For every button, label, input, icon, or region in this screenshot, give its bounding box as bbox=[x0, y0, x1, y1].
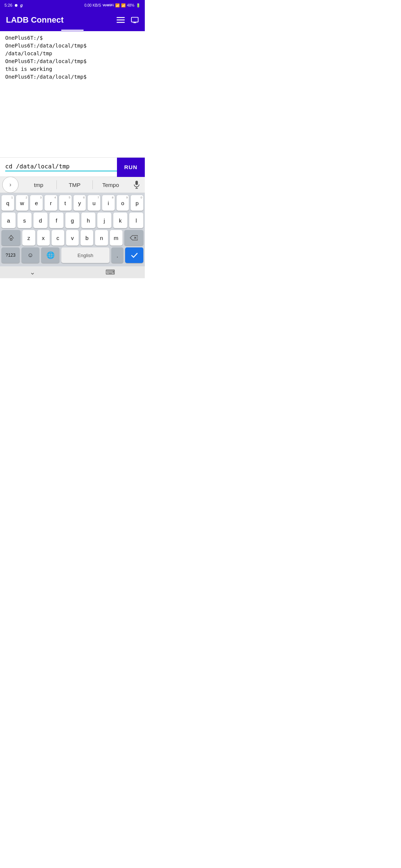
mic-icon bbox=[133, 180, 140, 189]
g-icon: g bbox=[20, 3, 23, 7]
svg-rect-1 bbox=[117, 20, 125, 21]
keyboard-toggle-button[interactable]: ⌨ bbox=[105, 268, 115, 276]
key-o[interactable]: 9o bbox=[117, 195, 129, 211]
checkmark-key[interactable] bbox=[125, 247, 143, 263]
app-title: LADB Connect bbox=[6, 15, 63, 25]
svg-rect-2 bbox=[117, 22, 125, 23]
network-speed: 0.00 KB/S bbox=[84, 3, 101, 7]
svg-rect-6 bbox=[136, 181, 138, 185]
globe-key[interactable]: 🌐 bbox=[41, 247, 59, 263]
key-j[interactable]: j bbox=[97, 213, 111, 228]
run-button[interactable]: RUN bbox=[117, 158, 145, 177]
shift-key[interactable] bbox=[1, 230, 20, 246]
key-y[interactable]: 6y bbox=[74, 195, 86, 211]
wifi-icon: 📶 bbox=[115, 3, 120, 7]
svg-rect-0 bbox=[117, 17, 125, 18]
key-u[interactable]: 7u bbox=[88, 195, 100, 211]
keyboard[interactable]: 1q 2w 3e 4r 5t 6y 7u 8i 9o 0p a s d f g … bbox=[0, 193, 145, 266]
mic-button[interactable] bbox=[128, 180, 145, 189]
suggestion-1[interactable]: tmp bbox=[21, 182, 56, 188]
key-w[interactable]: 2w bbox=[16, 195, 29, 211]
key-q[interactable]: 1q bbox=[1, 195, 14, 211]
key-m[interactable]: m bbox=[110, 230, 123, 246]
key-z[interactable]: z bbox=[22, 230, 35, 246]
terminal-area[interactable]: OnePlus6T:/$ OnePlus6T:/data/local/tmp$ … bbox=[0, 31, 145, 157]
key-x[interactable]: x bbox=[37, 230, 50, 246]
key-b[interactable]: b bbox=[81, 230, 93, 246]
battery: 48% bbox=[127, 3, 134, 7]
app-bar-icons bbox=[117, 16, 139, 24]
key-f[interactable]: f bbox=[49, 213, 63, 228]
screen-icon bbox=[131, 16, 139, 24]
shift-icon bbox=[7, 234, 15, 241]
menu-button[interactable] bbox=[117, 17, 125, 23]
key-a[interactable]: a bbox=[1, 213, 16, 228]
keyboard-row-4: ?123 ☺ 🌐 English . bbox=[1, 247, 143, 263]
svg-rect-9 bbox=[10, 239, 12, 240]
keyboard-row-3: z x c v b n m bbox=[1, 230, 143, 246]
backspace-icon bbox=[130, 235, 138, 241]
key-v[interactable]: v bbox=[66, 230, 79, 246]
emoji-key[interactable]: ☺ bbox=[22, 247, 40, 263]
svg-rect-3 bbox=[131, 17, 138, 22]
bottom-bar: ⌄ ⌨ bbox=[0, 266, 145, 278]
autocomplete-suggestions: tmp TMP Tempo bbox=[21, 180, 128, 189]
key-r[interactable]: 4r bbox=[45, 195, 57, 211]
key-i[interactable]: 8i bbox=[102, 195, 115, 211]
time: 5:26 bbox=[4, 3, 12, 7]
app-bar: LADB Connect bbox=[0, 10, 145, 30]
keyboard-row-2: a s d f g h j k l bbox=[1, 213, 143, 228]
screen-button[interactable] bbox=[131, 16, 139, 24]
keyboard-row-1: 1q 2w 3e 4r 5t 6y 7u 8i 9o 0p bbox=[1, 195, 143, 211]
suggestion-2[interactable]: TMP bbox=[57, 182, 92, 188]
key-l[interactable]: l bbox=[129, 213, 143, 228]
space-key[interactable]: English bbox=[61, 247, 110, 263]
autocomplete-arrow[interactable]: › bbox=[2, 177, 19, 193]
key-t[interactable]: 5t bbox=[59, 195, 72, 211]
suggestion-3[interactable]: Tempo bbox=[93, 182, 128, 188]
status-bar: 5:26 ⏺ g 0.00 KB/S VoWiFi 📶 📶 48% 🔋 bbox=[0, 0, 145, 10]
terminal-line: OnePlus6T:/$ bbox=[5, 34, 140, 42]
key-c[interactable]: c bbox=[52, 230, 64, 246]
status-right: 0.00 KB/S VoWiFi 📶 📶 48% 🔋 bbox=[84, 3, 140, 7]
autocomplete-bar: › tmp TMP Tempo bbox=[0, 177, 145, 193]
tab-indicator bbox=[61, 30, 84, 31]
key-n[interactable]: n bbox=[95, 230, 108, 246]
circle-icon: ⏺ bbox=[14, 3, 18, 7]
key-g[interactable]: g bbox=[65, 213, 79, 228]
checkmark-icon bbox=[131, 252, 138, 258]
command-input[interactable] bbox=[5, 163, 117, 171]
key-e[interactable]: 3e bbox=[30, 195, 43, 211]
key-h[interactable]: h bbox=[81, 213, 95, 228]
menu-icon bbox=[117, 17, 125, 23]
terminal-line: OnePlus6T:/data/local/tmp$ bbox=[5, 73, 140, 81]
command-row: RUN bbox=[0, 157, 145, 177]
arrow-icon: › bbox=[9, 181, 11, 188]
terminal-line: OnePlus6T:/data/local/tmp$ bbox=[5, 42, 140, 50]
chevron-down-button[interactable]: ⌄ bbox=[30, 268, 35, 276]
terminal-line: /data/local/tmp bbox=[5, 50, 140, 57]
period-key[interactable]: . bbox=[111, 247, 123, 263]
status-left: 5:26 ⏺ g bbox=[4, 3, 23, 7]
terminal-line: OnePlus6T:/data/local/tmp$ bbox=[5, 57, 140, 65]
key-k[interactable]: k bbox=[113, 213, 127, 228]
key-d[interactable]: d bbox=[33, 213, 48, 228]
terminal-line: this is working bbox=[5, 65, 140, 73]
key-s[interactable]: s bbox=[17, 213, 32, 228]
vowifi-icon: VoWiFi bbox=[102, 3, 114, 7]
backspace-key[interactable] bbox=[124, 230, 143, 246]
signal-icon: 📶 bbox=[121, 3, 125, 7]
key-p[interactable]: 0p bbox=[131, 195, 143, 211]
num123-key[interactable]: ?123 bbox=[1, 247, 20, 263]
battery-icon: 🔋 bbox=[136, 3, 140, 7]
